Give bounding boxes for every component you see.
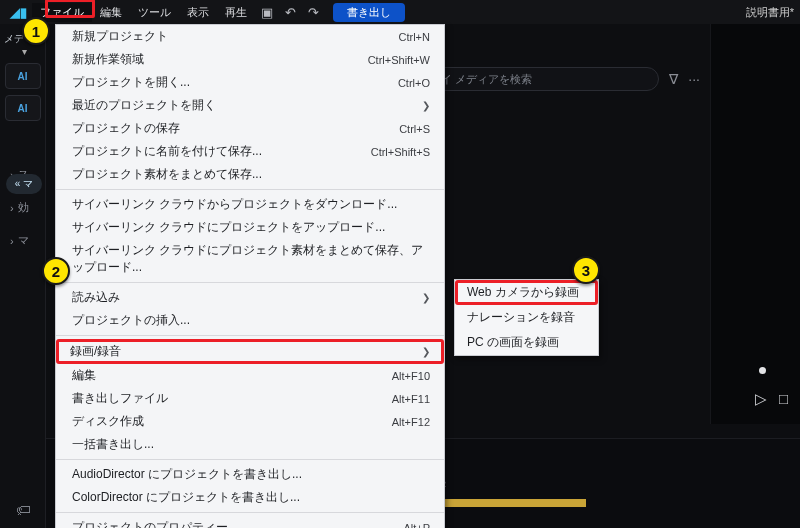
- callout-3: 3: [572, 256, 600, 284]
- record-submenu: Web カメラから録画ナレーションを録音PC の画面を録画: [454, 279, 599, 356]
- redo-icon[interactable]: ↷: [308, 5, 319, 20]
- menu-item-label: 書き出しファイル: [72, 390, 168, 407]
- menu-item-label: プロジェクト素材をまとめて保存...: [72, 166, 262, 183]
- submenu-arrow-icon: ❯: [422, 346, 430, 357]
- export-button[interactable]: 書き出し: [333, 3, 405, 22]
- menu-play[interactable]: 再生: [217, 3, 255, 22]
- rail-myfiles[interactable]: « マ: [6, 174, 42, 194]
- rail-expand-2[interactable]: › 効: [10, 200, 45, 215]
- preview-panel: ▷ □: [710, 24, 800, 424]
- menu-item[interactable]: 新規作業領域Ctrl+Shift+W: [56, 48, 444, 71]
- submenu-arrow-icon: ❯: [422, 100, 430, 111]
- menu-item[interactable]: 一括書き出し...: [56, 433, 444, 456]
- workspace: メディア ▾ AI AI « マ › ス › 効 › マ 🏷 🔍 マイ メディア…: [0, 24, 800, 528]
- menu-item-label: プロジェクトを開く...: [72, 74, 190, 91]
- menu-tools[interactable]: ツール: [130, 3, 179, 22]
- menu-item-label: サイバーリンク クラウドからプロジェクトをダウンロード...: [72, 196, 397, 213]
- menu-item-shortcut: Ctrl+N: [399, 31, 430, 43]
- menu-item[interactable]: プロジェクトのプロパティー...Alt+P: [56, 516, 444, 528]
- menu-item-label: サイバーリンク クラウドにプロジェクト素材をまとめて保存、アップロード...: [72, 242, 430, 276]
- save-icon[interactable]: ▣: [261, 5, 273, 20]
- tag-icon[interactable]: 🏷: [16, 501, 31, 518]
- menu-item-shortcut: Alt+F12: [392, 416, 430, 428]
- file-menu-dropdown: 新規プロジェクトCtrl+N新規作業領域Ctrl+Shift+Wプロジェクトを開…: [55, 24, 445, 528]
- undo-icon[interactable]: ↶: [285, 5, 296, 20]
- rail-ai-button-1[interactable]: AI: [5, 63, 41, 89]
- menu-item-label: 一括書き出し...: [72, 436, 154, 453]
- menu-edit[interactable]: 編集: [92, 3, 130, 22]
- menu-item-label: 新規作業領域: [72, 51, 144, 68]
- menu-item[interactable]: ColorDirector にプロジェクトを書き出し...: [56, 486, 444, 509]
- project-name: 説明書用*: [746, 5, 794, 20]
- menu-item-label: AudioDirector にプロジェクトを書き出し...: [72, 466, 302, 483]
- menubar-tool-icons: ▣ ↶ ↷: [261, 5, 319, 20]
- menu-item[interactable]: サイバーリンク クラウドにプロジェクトをアップロード...: [56, 216, 444, 239]
- menu-item[interactable]: プロジェクトを開く...Ctrl+O: [56, 71, 444, 94]
- menu-item-label: プロジェクトの保存: [72, 120, 180, 137]
- stop-icon[interactable]: □: [779, 390, 788, 408]
- left-rail: メディア ▾ AI AI « マ › ス › 効 › マ 🏷: [0, 24, 46, 528]
- callout-1: 1: [22, 17, 50, 45]
- submenu-arrow-icon: ❯: [422, 292, 430, 303]
- menu-item-label: ディスク作成: [72, 413, 144, 430]
- menu-item[interactable]: 読み込み❯: [56, 286, 444, 309]
- scrub-handle[interactable]: [759, 367, 766, 374]
- more-icon[interactable]: ···: [688, 71, 700, 87]
- menu-item[interactable]: 録画/録音❯: [56, 339, 444, 364]
- menu-item[interactable]: プロジェクトの保存Ctrl+S: [56, 117, 444, 140]
- menu-view[interactable]: 表示: [179, 3, 217, 22]
- rail-ai-button-2[interactable]: AI: [5, 95, 41, 121]
- menu-item[interactable]: 編集Alt+F10: [56, 364, 444, 387]
- menu-item-shortcut: Ctrl+Shift+S: [371, 146, 430, 158]
- menu-item[interactable]: ディスク作成Alt+F12: [56, 410, 444, 433]
- search-placeholder: マイ メディアを検索: [430, 72, 532, 87]
- submenu-item[interactable]: PC の画面を録画: [455, 330, 598, 355]
- menu-item[interactable]: 新規プロジェクトCtrl+N: [56, 25, 444, 48]
- menu-item-shortcut: Alt+P: [403, 522, 430, 529]
- submenu-item[interactable]: ナレーションを録音: [455, 305, 598, 330]
- menu-item[interactable]: プロジェクトに名前を付けて保存...Ctrl+Shift+S: [56, 140, 444, 163]
- menu-item-shortcut: Ctrl+Shift+W: [368, 54, 430, 66]
- menu-item-label: ColorDirector にプロジェクトを書き出し...: [72, 489, 300, 506]
- menu-item-label: サイバーリンク クラウドにプロジェクトをアップロード...: [72, 219, 385, 236]
- menu-item[interactable]: 書き出しファイルAlt+F11: [56, 387, 444, 410]
- filter-icon[interactable]: ∇: [669, 71, 678, 87]
- menu-item[interactable]: AudioDirector にプロジェクトを書き出し...: [56, 463, 444, 486]
- submenu-item[interactable]: Web カメラから録画: [455, 280, 598, 305]
- menu-item[interactable]: プロジェクト素材をまとめて保存...: [56, 163, 444, 186]
- menu-item[interactable]: サイバーリンク クラウドにプロジェクト素材をまとめて保存、アップロード...: [56, 239, 444, 279]
- menu-item-label: 最近のプロジェクトを開く: [72, 97, 216, 114]
- menu-item-label: プロジェクトの挿入...: [72, 312, 190, 329]
- menu-item-label: プロジェクトのプロパティー...: [72, 519, 238, 528]
- menu-item[interactable]: サイバーリンク クラウドからプロジェクトをダウンロード...: [56, 193, 444, 216]
- menu-item-shortcut: Ctrl+O: [398, 77, 430, 89]
- menu-item-shortcut: Alt+F11: [392, 393, 430, 405]
- menu-item-label: 録画/録音: [70, 343, 121, 360]
- menu-item-label: 読み込み: [72, 289, 120, 306]
- menubar: ◢▮ ファイル 編集 ツール 表示 再生 ▣ ↶ ↷ 書き出し 説明書用*: [0, 0, 800, 24]
- menu-item[interactable]: 最近のプロジェクトを開く❯: [56, 94, 444, 117]
- play-icon[interactable]: ▷: [755, 390, 767, 408]
- menu-item-label: プロジェクトに名前を付けて保存...: [72, 143, 262, 160]
- rail-dropdown-icon[interactable]: ▾: [22, 46, 45, 57]
- menu-item-label: 編集: [72, 367, 96, 384]
- callout-2: 2: [42, 257, 70, 285]
- menu-item[interactable]: プロジェクトの挿入...: [56, 309, 444, 332]
- menu-item-label: 新規プロジェクト: [72, 28, 168, 45]
- menu-item-shortcut: Alt+F10: [392, 370, 430, 382]
- rail-expand-3[interactable]: › マ: [10, 233, 45, 248]
- menu-item-shortcut: Ctrl+S: [399, 123, 430, 135]
